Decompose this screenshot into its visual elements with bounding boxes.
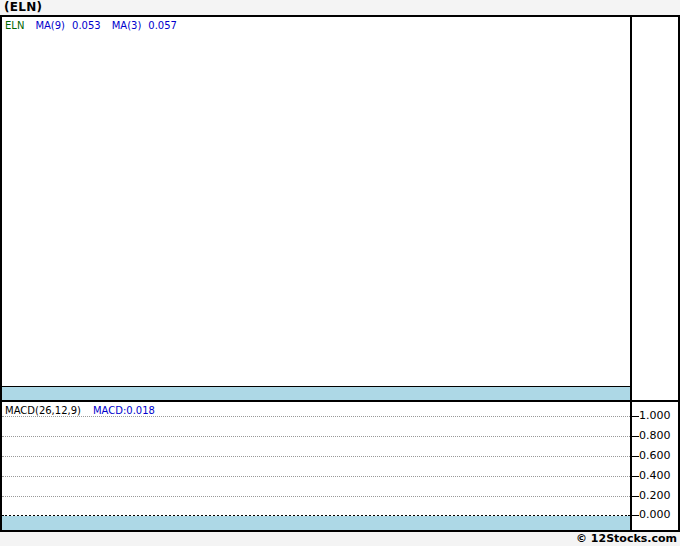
macd-gridline xyxy=(2,476,630,477)
macd-axis-tick xyxy=(631,436,639,437)
macd-axis-tick xyxy=(631,456,639,457)
main-chart-legend: ELNMA(9)0.053MA(3)0.057 xyxy=(5,19,188,32)
macd-gridline xyxy=(2,456,630,457)
page-title: (ELN) xyxy=(4,0,42,14)
macd-axis-label: 0.000 xyxy=(639,508,679,522)
macd-axis-tick xyxy=(631,496,639,497)
legend-ma3-label: MA(3) xyxy=(112,20,142,31)
macd-axis-tick xyxy=(631,515,639,516)
macd-indicator-label: MACD(26,12,9) xyxy=(5,405,81,416)
macd-axis-label: 0.600 xyxy=(639,449,679,463)
macd-axis-tick xyxy=(631,476,639,477)
legend-symbol-label: ELN xyxy=(5,20,24,31)
legend-ma3-value: 0.057 xyxy=(148,20,177,31)
stock-chart-page: (ELN) ELNMA(9)0.053MA(3)0.057 MACD(26,12… xyxy=(0,0,680,546)
macd-axis-label: 0.800 xyxy=(639,429,679,443)
macd-axis-label: 1.000 xyxy=(639,409,679,423)
macd-axis-tick xyxy=(631,416,639,417)
macd-gridline xyxy=(2,496,630,497)
macd-panel-top-border xyxy=(2,400,678,402)
macd-gridline xyxy=(2,436,630,437)
chart-container: ELNMA(9)0.053MA(3)0.057 MACD(26,12,9)MAC… xyxy=(0,15,680,532)
macd-axis-label: 0.200 xyxy=(639,489,679,503)
macd-indicator-value: MACD:0.018 xyxy=(93,405,155,416)
y-axis-divider-line xyxy=(630,17,632,530)
separator-band-upper xyxy=(2,386,630,400)
legend-ma9-label: MA(9) xyxy=(35,20,65,31)
macd-gridline xyxy=(2,416,630,417)
copyright-text: © 12Stocks.com xyxy=(576,532,677,546)
separator-band-lower xyxy=(2,516,630,530)
legend-ma9-value: 0.053 xyxy=(72,20,101,31)
macd-axis-label: 0.400 xyxy=(639,469,679,483)
